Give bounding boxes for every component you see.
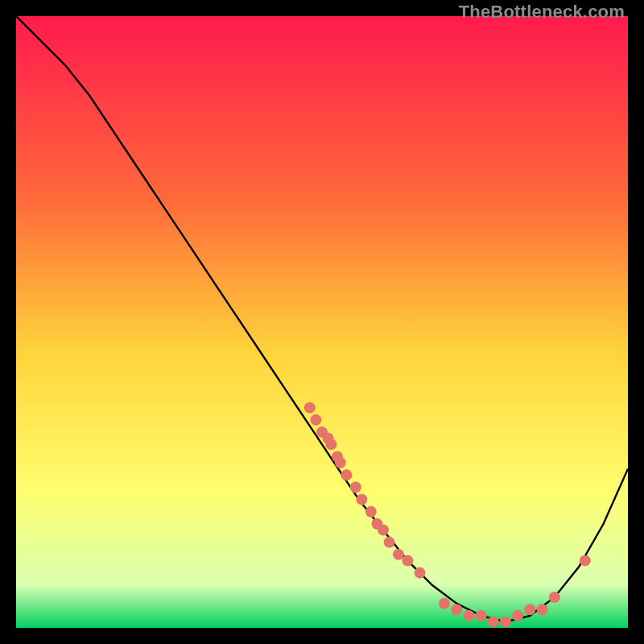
data-point	[365, 506, 377, 518]
data-point	[537, 604, 548, 615]
data-point	[335, 457, 346, 469]
bottleneck-chart	[16, 16, 628, 628]
chart-frame	[16, 16, 628, 628]
data-point	[512, 610, 523, 621]
data-point	[378, 524, 389, 535]
data-point	[488, 616, 499, 627]
gradient-background	[16, 16, 628, 628]
data-point	[549, 592, 560, 603]
data-point	[402, 555, 413, 566]
data-point	[350, 481, 361, 493]
data-point	[500, 616, 511, 627]
data-point	[439, 598, 450, 609]
data-point	[451, 604, 462, 615]
data-point	[463, 610, 474, 621]
data-point	[310, 415, 321, 426]
data-point	[384, 537, 395, 548]
data-point	[476, 610, 487, 621]
data-point	[524, 604, 535, 615]
data-point	[304, 402, 316, 413]
data-point	[393, 549, 404, 560]
data-point	[580, 555, 591, 566]
watermark-text: TheBottleneck.com	[459, 2, 625, 23]
data-point	[341, 469, 352, 481]
data-point	[415, 568, 426, 579]
data-point	[356, 493, 367, 505]
data-point	[325, 439, 336, 450]
